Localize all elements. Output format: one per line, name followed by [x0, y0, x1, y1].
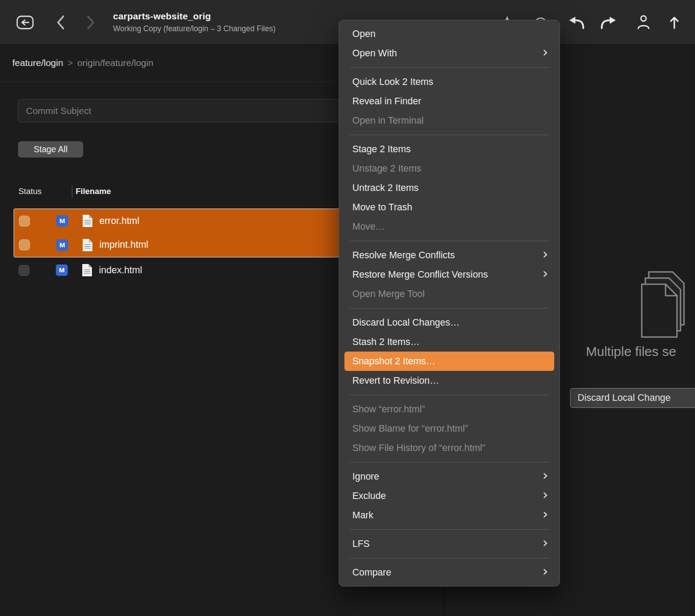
curved-arrow-right-icon: [600, 16, 618, 30]
menu-separator: [350, 67, 549, 68]
menu-item-open[interactable]: Open: [344, 24, 554, 44]
filename-label: imprint.html: [99, 239, 148, 250]
stage-checkbox[interactable]: [19, 239, 30, 250]
discard-local-changes-button[interactable]: Discard Local Change: [570, 388, 695, 408]
menu-item-unstage-2-items: Unstage 2 Items: [344, 159, 554, 178]
breadcrumb-branch[interactable]: feature/login: [12, 58, 63, 68]
app-window: carparts-website_orig Working Copy (feat…: [0, 0, 695, 616]
window-title-block: carparts-website_orig Working Copy (feat…: [113, 11, 275, 33]
multiple-files-icon: [635, 269, 691, 341]
stage-checkbox[interactable]: [19, 216, 30, 227]
multiple-files-message: Multiple files se: [586, 344, 676, 359]
filename-label: index.html: [99, 265, 142, 276]
document-icon: [82, 214, 93, 227]
column-header-filename[interactable]: Filename: [76, 187, 111, 196]
submenu-chevron-icon: ›: [542, 507, 548, 521]
person-icon: [636, 15, 651, 30]
menu-item-revert-to-revision[interactable]: Revert to Revision…: [344, 371, 554, 390]
curved-arrow-left-icon: [567, 16, 585, 30]
chevron-left-icon: [55, 15, 66, 30]
menu-item-show-blame: Show Blame for “error.html”: [344, 419, 554, 438]
menu-separator: [350, 558, 549, 558]
back-button[interactable]: [55, 15, 66, 32]
column-header-status[interactable]: Status: [18, 187, 41, 196]
breadcrumb-remote[interactable]: origin/feature/login: [77, 58, 154, 68]
menu-item-mark[interactable]: Mark›: [344, 506, 554, 525]
menu-item-untrack-2-items[interactable]: Untrack 2 Items: [344, 178, 554, 198]
filename-label: error.html: [99, 216, 139, 227]
menu-item-exclude[interactable]: Exclude›: [344, 486, 554, 506]
menu-separator: [350, 135, 549, 135]
menu-item-stage-2-items[interactable]: Stage 2 Items: [344, 139, 554, 159]
menu-separator: [350, 462, 549, 462]
status-badge-modified: M: [56, 239, 68, 251]
menu-item-show-file: Show “error.html”: [344, 400, 554, 419]
forward-button[interactable]: [85, 15, 96, 32]
menu-item-discard-local-changes[interactable]: Discard Local Changes…: [344, 313, 554, 332]
menu-item-compare[interactable]: Compare›: [344, 563, 554, 582]
window-subtitle: Working Copy (feature/login – 3 Changed …: [113, 24, 275, 33]
document-icon: [81, 264, 93, 277]
commit-author-button[interactable]: [636, 15, 651, 32]
menu-item-move-to-trash[interactable]: Move to Trash: [344, 198, 554, 217]
menu-separator: [350, 241, 549, 241]
submenu-chevron-icon: ›: [542, 488, 548, 502]
stage-all-button[interactable]: Stage All: [18, 141, 83, 158]
column-divider[interactable]: [72, 186, 73, 198]
working-copy-toggle-button[interactable]: [16, 13, 34, 32]
status-badge-modified: M: [56, 264, 68, 276]
arrow-up-icon: [668, 15, 680, 30]
chevron-right-icon: [85, 15, 96, 30]
stash-toolbar-button[interactable]: [600, 16, 618, 32]
menu-item-lfs[interactable]: LFS›: [344, 534, 554, 554]
window-title: carparts-website_orig: [113, 11, 275, 22]
context-menu: Open Open With› Quick Look 2 Items Revea…: [339, 20, 560, 587]
submenu-chevron-icon: ›: [542, 535, 548, 550]
menu-item-quick-look[interactable]: Quick Look 2 Items: [344, 72, 554, 92]
return-arrow-icon: [16, 13, 34, 32]
menu-item-open-merge-tool: Open Merge Tool: [344, 284, 554, 304]
menu-item-open-with[interactable]: Open With›: [344, 44, 554, 63]
menu-item-stash-2-items[interactable]: Stash 2 Items…: [344, 332, 554, 352]
submenu-chevron-icon: ›: [542, 468, 548, 482]
menu-item-move: Move…: [344, 217, 554, 236]
discard-toolbar-button[interactable]: [567, 16, 585, 32]
menu-item-snapshot-2-items[interactable]: Snapshot 2 Items…: [344, 352, 554, 371]
submenu-chevron-icon: ›: [542, 564, 548, 578]
menu-item-show-file-history: Show File History of “error.html”: [344, 438, 554, 458]
status-badge-modified: M: [56, 215, 68, 227]
push-button[interactable]: [668, 15, 680, 32]
menu-separator: [350, 395, 549, 395]
breadcrumb-separator-icon: >: [68, 58, 73, 68]
submenu-chevron-icon: ›: [542, 247, 548, 261]
menu-separator: [350, 308, 549, 308]
submenu-chevron-icon: ›: [542, 266, 548, 280]
document-icon: [82, 238, 93, 252]
menu-item-restore-merge-conflict-versions[interactable]: Restore Merge Conflict Versions›: [344, 265, 554, 284]
menu-separator: [350, 529, 549, 530]
menu-item-resolve-merge-conflicts[interactable]: Resolve Merge Conflicts›: [344, 246, 554, 265]
menu-item-open-in-terminal: Open in Terminal: [344, 111, 554, 130]
stage-checkbox[interactable]: [18, 265, 29, 276]
submenu-chevron-icon: ›: [542, 45, 548, 59]
menu-item-ignore[interactable]: Ignore›: [344, 467, 554, 486]
menu-item-reveal-in-finder[interactable]: Reveal in Finder: [344, 92, 554, 111]
